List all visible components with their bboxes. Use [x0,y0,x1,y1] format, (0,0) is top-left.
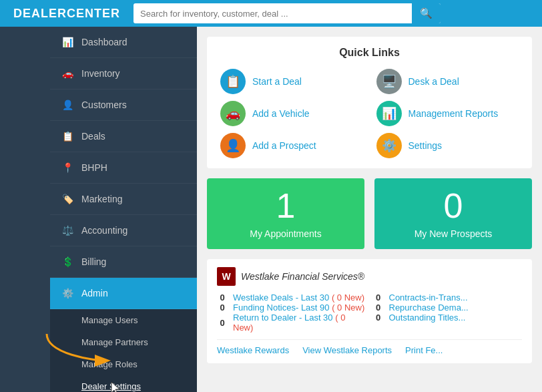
sidebar-label-bhph: BHPH [81,162,107,173]
add-prospect-icon: 👤 [220,133,246,158]
westlake-link-r1[interactable]: Contracts-in-Trans... [389,292,468,303]
sidebar-item-deals[interactable]: 📋 Deals [50,121,197,152]
quick-link-mgmt-reports[interactable]: 📊 Management Reports [376,101,519,126]
westlake-row-2: 0 Funding Notices- Last 90 ( 0 New) [217,303,366,313]
start-deal-icon: 📋 [220,69,246,94]
westlake-print-link[interactable]: Print Fe... [405,345,443,355]
new-prospects-stat[interactable]: 0 My New Prospects [374,178,532,249]
westlake-logo: W [217,267,236,286]
westlake-count-3: 0 [217,318,228,328]
add-vehicle-label: Add a Vehicle [252,108,310,119]
logo: DEALERCENTER [7,4,127,23]
sidebar-label-customers: Customers [81,100,127,110]
mgmt-reports-icon: 📊 [376,101,402,126]
inventory-icon: 🚗 [60,66,75,81]
bhph-icon: 📍 [60,160,75,175]
westlake-count-r1: 0 [373,292,384,303]
add-vehicle-icon: 🚗 [220,101,246,126]
sidebar-label-marketing: Marketing [81,194,122,204]
marketing-icon: 🏷️ [60,192,75,206]
dashboard-icon: 📊 [60,35,75,49]
submenu-dealer-settings[interactable]: Dealer Settings [50,375,197,392]
sidebar-item-inventory[interactable]: 🚗 Inventory [50,58,197,89]
desk-deal-label: Desk a Deal [409,76,459,87]
westlake-title: Westlake Financial Services® [241,271,364,282]
westlake-card: W Westlake Financial Services® 0 Westlak… [207,259,532,363]
search-input[interactable] [133,5,412,22]
westlake-count-r2: 0 [373,303,384,313]
westlake-count-2: 0 [217,303,228,313]
desk-deal-icon: 🖥️ [376,69,402,94]
quick-links-grid: 📋 Start a Deal 🖥️ Desk a Deal 🚗 Add a Ve… [220,69,519,158]
sidebar-item-admin[interactable]: ⚙️ Admin [50,278,197,309]
admin-icon: ⚙️ [60,286,75,301]
quick-link-add-vehicle[interactable]: 🚗 Add a Vehicle [220,101,363,126]
quick-link-start-deal[interactable]: 📋 Start a Deal [220,69,363,94]
westlake-row-r2: 0 Repurchase Dema... [373,303,523,313]
westlake-link-2[interactable]: Funding Notices- Last 90 ( 0 New) [233,303,364,313]
appointments-stat[interactable]: 1 My Appointments [207,178,364,249]
customers-icon: 👤 [60,97,75,112]
search-bar[interactable]: 🔍 [133,3,441,23]
westlake-count-1: 0 [217,292,228,303]
stats-row: 1 My Appointments 0 My New Prospects [207,178,532,249]
new-prospects-number: 0 [384,188,522,223]
westlake-row-3: 0 Return to Dealer - Last 30 ( 0 New) [217,313,366,333]
sidebar-label-billing: Billing [81,256,106,267]
sidebar-item-dashboard[interactable]: 📊 Dashboard [50,27,197,58]
sidebar-item-bhph[interactable]: 📍 BHPH [50,152,197,184]
sidebar-label-accounting: Accounting [81,225,127,236]
sidebar: 📊 Dashboard 🚗 Inventory 👤 Customers 📋 De… [50,27,197,392]
westlake-link-r3[interactable]: Outstanding Titles... [389,313,466,323]
submenu-manage-roles[interactable]: Manage Roles [50,353,197,375]
start-deal-label: Start a Deal [252,76,302,87]
westlake-header: W Westlake Financial Services® [217,267,522,286]
sidebar-item-customers[interactable]: 👤 Customers [50,89,197,121]
sidebar-label-inventory: Inventory [81,68,120,79]
appointments-label: My Appointments [217,228,354,239]
westlake-count-r3: 0 [373,313,384,323]
westlake-link-3[interactable]: Return to Dealer - Last 30 ( 0 New) [233,313,366,333]
sidebar-item-billing[interactable]: 💲 Billing [50,246,197,278]
submenu-manage-partners[interactable]: Manage Partners [50,331,197,353]
westlake-left-col: 0 Westlake Deals - Last 30 ( 0 New) 0 Fu… [217,292,366,333]
main-content: Quick Links 📋 Start a Deal 🖥️ Desk a Dea… [197,27,542,392]
westlake-reports-link[interactable]: View Westlake Reports [302,345,392,355]
search-button[interactable]: 🔍 [412,3,441,23]
quick-link-add-prospect[interactable]: 👤 Add a Prospect [220,133,363,158]
westlake-footer: Westlake Rewards View Westlake Reports P… [217,339,522,355]
quick-link-settings[interactable]: ⚙️ Settings [376,133,519,158]
new-prospects-label: My New Prospects [384,228,522,239]
settings-icon: ⚙️ [376,133,402,158]
westlake-right-col: 0 Contracts-in-Trans... 0 Repurchase Dem… [373,292,523,333]
westlake-rewards-link[interactable]: Westlake Rewards [217,345,289,355]
sidebar-item-marketing[interactable]: 🏷️ Marketing [50,184,197,215]
sidebar-label-admin: Admin [81,288,108,299]
appointments-number: 1 [217,188,354,223]
accounting-icon: ⚖️ [60,223,75,238]
settings-label: Settings [409,140,443,151]
westlake-row-1: 0 Westlake Deals - Last 30 ( 0 New) [217,292,366,303]
deals-icon: 📋 [60,129,75,144]
quick-link-desk-deal[interactable]: 🖥️ Desk a Deal [376,69,519,94]
westlake-row-r3: 0 Outstanding Titles... [373,313,523,323]
sidebar-item-accounting[interactable]: ⚖️ Accounting [50,215,197,246]
mgmt-reports-label: Management Reports [409,108,499,119]
billing-icon: 💲 [60,254,75,269]
quick-links-title: Quick Links [220,47,519,59]
westlake-link-1[interactable]: Westlake Deals - Last 30 ( 0 New) [233,292,364,303]
sidebar-strip [0,27,50,392]
westlake-link-r2[interactable]: Repurchase Dema... [389,303,469,313]
submenu-manage-users[interactable]: Manage Users [50,309,197,331]
quick-links-card: Quick Links 📋 Start a Deal 🖥️ Desk a Dea… [207,37,532,168]
westlake-row-r1: 0 Contracts-in-Trans... [373,292,523,303]
westlake-grid: 0 Westlake Deals - Last 30 ( 0 New) 0 Fu… [217,292,522,333]
header: DEALERCENTER 🔍 [0,0,542,27]
sidebar-label-deals: Deals [81,131,105,142]
sidebar-label-dashboard: Dashboard [81,37,127,47]
admin-submenu: Manage Users Manage Partners Manage Role… [50,309,197,392]
add-prospect-label: Add a Prospect [252,140,316,151]
